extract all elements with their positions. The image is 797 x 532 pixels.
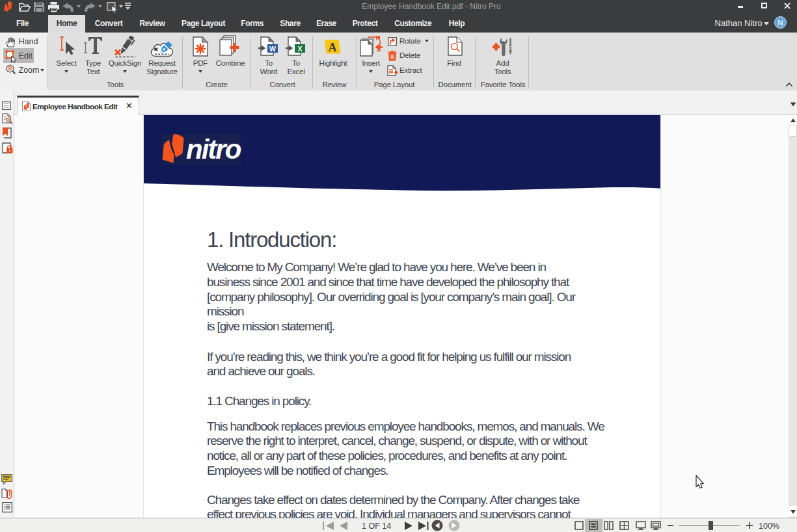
svg-text:A: A	[329, 41, 337, 54]
svg-text:W: W	[269, 45, 276, 53]
svg-text:X: X	[297, 45, 302, 53]
